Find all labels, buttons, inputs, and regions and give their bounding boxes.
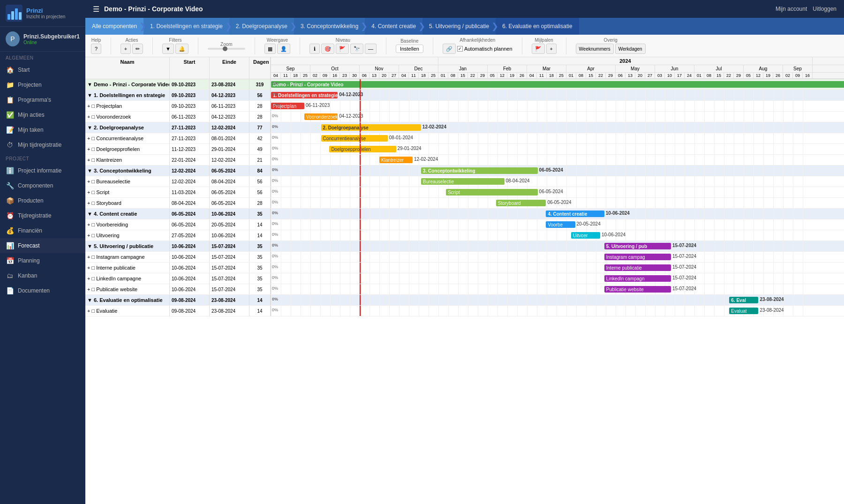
sidebar-item-planning[interactable]: 📅Planning bbox=[0, 253, 85, 268]
gantt-bar[interactable]: 2. Doelgroepanalyse bbox=[321, 124, 421, 131]
gantt-bar[interactable]: Doelgroepprofielen bbox=[329, 146, 396, 152]
tab-doelgroepanalyse[interactable]: 2. Doelgroepanalyse bbox=[229, 18, 294, 35]
niveau-info-button[interactable]: ℹ bbox=[309, 44, 320, 54]
sidebar-item-forecast[interactable]: 📊Forecast bbox=[0, 238, 85, 253]
cell-naam: + □ Klantreizen bbox=[85, 155, 170, 165]
gantt-bar[interactable]: Publicatie website bbox=[604, 286, 671, 293]
afh-link-button[interactable]: 🔗 bbox=[443, 44, 456, 54]
table-row[interactable]: ▼ 2. Doelgroepanalyse27-11-202312-02-202… bbox=[85, 122, 844, 133]
table-row[interactable]: + □ Doelgroepprofielen11-12-202329-01-20… bbox=[85, 144, 844, 155]
table-row[interactable]: ▼ 1. Doelstellingen en strategie09-10-20… bbox=[85, 90, 844, 101]
sidebar-item-kanban[interactable]: 🗂Kanban bbox=[0, 268, 85, 283]
gantt-bar[interactable]: 3. Conceptontwikkeling bbox=[421, 167, 538, 174]
mijlpalen-flag-button[interactable]: 🚩 bbox=[532, 44, 545, 54]
gantt-bar[interactable]: Interne publicatie bbox=[604, 264, 671, 271]
zoom-thumb[interactable] bbox=[223, 46, 227, 51]
table-row[interactable]: + □ Evaluatie09-08-202423-08-2024140%Eva… bbox=[85, 306, 844, 316]
gantt-bar[interactable]: Concurrentieanalyse bbox=[321, 135, 388, 142]
gantt-bar[interactable]: Bureauselectie bbox=[421, 178, 505, 185]
sidebar-item-producten[interactable]: 📦Producten bbox=[0, 193, 85, 208]
gantt-bar-area: 0%6. Eval23-08-2024 bbox=[271, 295, 844, 305]
table-row[interactable]: ▼ 6. Evaluatie en optimalisatie09-08-202… bbox=[85, 295, 844, 306]
auto-plan-checkbox[interactable]: ✓ bbox=[457, 46, 463, 52]
instellen-button[interactable]: Instellen bbox=[396, 45, 423, 53]
weergave-btn2[interactable]: 👤 bbox=[277, 44, 290, 54]
help-button[interactable]: ? bbox=[91, 44, 101, 54]
gantt-bar[interactable]: Evaluat bbox=[729, 308, 758, 314]
weergave-btn1[interactable]: ▦ bbox=[264, 44, 276, 54]
gantt-bar[interactable]: Instagram campag bbox=[604, 254, 671, 260]
sidebar-item-start[interactable]: 🏠Start bbox=[0, 62, 85, 77]
gantt-bar[interactable]: Storyboard bbox=[496, 200, 546, 206]
gantt-bar[interactable]: 4. Content creatie bbox=[546, 211, 604, 217]
logout-link[interactable]: Uitloggen bbox=[813, 6, 836, 12]
table-row[interactable]: + □ Instagram campagne10-06-202415-07-20… bbox=[85, 252, 844, 263]
gantt-bar[interactable]: LinkedIn campagn bbox=[604, 275, 671, 282]
gantt-bar[interactable]: Demo - Prinzi - Corporate Video bbox=[271, 81, 844, 88]
gantt-bar[interactable]: 1. Doelstellingen en strategie bbox=[271, 92, 338, 98]
cell-start: 10-06-2024 bbox=[170, 263, 210, 273]
table-row[interactable]: + □ Concurrentieanalyse27-11-202308-01-2… bbox=[85, 133, 844, 144]
hamburger-menu[interactable]: ☰ bbox=[93, 5, 99, 14]
sidebar-item-projecten[interactable]: 📁Projecten bbox=[0, 77, 85, 92]
now-line bbox=[360, 122, 361, 133]
table-row[interactable]: ▼ 4. Content creatie06-05-202410-06-2024… bbox=[85, 209, 844, 219]
gantt-bar[interactable]: 5. Uitvoering / pub bbox=[604, 243, 671, 249]
niveau-binoculars-button[interactable]: 🔭 bbox=[350, 44, 363, 54]
werkdagen-button[interactable]: Werkdagen bbox=[615, 44, 646, 54]
table-row[interactable]: + □ Publicatie website10-06-202415-07-20… bbox=[85, 284, 844, 295]
niveau-flag-button[interactable]: 🚩 bbox=[336, 44, 349, 54]
user-profile[interactable]: P Prinzi.Subgebruiker1 Online bbox=[0, 27, 85, 52]
table-row[interactable]: ▼ 5. Uitvoering / publicatie10-06-202415… bbox=[85, 241, 844, 252]
gantt-bar[interactable]: Klantreizer bbox=[379, 157, 413, 163]
sidebar-item-programmas[interactable]: 📋Programma's bbox=[0, 92, 85, 107]
toolbar-sep-7 bbox=[433, 38, 433, 54]
gantt-bar[interactable]: Uitvoer bbox=[571, 232, 600, 239]
gantt-bar[interactable]: 6. Eval bbox=[729, 297, 758, 303]
table-row[interactable]: + □ Bureauselectie12-02-202408-04-202456… bbox=[85, 176, 844, 187]
tab-doelstellingen[interactable]: 1. Doelstellingen en strategie bbox=[143, 18, 229, 35]
gantt-bar[interactable]: Voorbe bbox=[546, 221, 575, 228]
tab-evaluatie[interactable]: 6. Evaluatie en optimalisatie bbox=[496, 18, 579, 35]
gantt-bar-area: 0%Bureauselectie08-04-2024 bbox=[271, 176, 844, 187]
filter-button[interactable]: ▼ bbox=[162, 44, 174, 54]
toolbar-sep-5 bbox=[300, 38, 300, 54]
sidebar-item-project-info[interactable]: ℹ️Project informatie bbox=[0, 163, 85, 178]
table-row[interactable]: + □ Vooronderzoek06-11-202304-12-2023280… bbox=[85, 112, 844, 122]
tab-alle-componenten[interactable]: Alle componenten bbox=[85, 18, 143, 35]
table-row[interactable]: + □ Uitvoering27-05-202410-06-2024140%Ui… bbox=[85, 230, 844, 241]
alert-button[interactable]: 🔔 bbox=[175, 44, 188, 54]
gantt-bar[interactable]: Vooronderzoek bbox=[304, 113, 338, 120]
zoom-slider[interactable] bbox=[208, 48, 245, 50]
sidebar-item-taken[interactable]: 📝Mijn taken bbox=[0, 122, 85, 137]
tab-uitvoering[interactable]: 5. Uitvoering / publicatie bbox=[422, 18, 496, 35]
cell-einde: 15-07-2024 bbox=[210, 241, 249, 251]
toolbar-mijlpalen-group: Mijlpalen 🚩 + bbox=[532, 38, 557, 54]
mijlpalen-add-button[interactable]: + bbox=[546, 44, 557, 54]
table-row[interactable]: + □ Script11-03-202406-05-2024560%Script… bbox=[85, 187, 844, 198]
sidebar-item-financien[interactable]: 💰Financiën bbox=[0, 223, 85, 238]
sidebar-item-tijdregistratie[interactable]: ⏰Tijdregistratie bbox=[0, 208, 85, 223]
table-row[interactable]: ▼ Demo - Prinzi - Corporate Video09-10-2… bbox=[85, 79, 844, 90]
sidebar-item-componenten[interactable]: 🔧Componenten bbox=[0, 178, 85, 193]
gantt-bar[interactable]: Script bbox=[446, 189, 537, 196]
account-link[interactable]: Mijn account bbox=[776, 6, 807, 12]
table-row[interactable]: + □ Voorbereiding06-05-202420-05-2024140… bbox=[85, 219, 844, 230]
table-row[interactable]: + □ Interne publicatie10-06-202415-07-20… bbox=[85, 263, 844, 273]
table-row[interactable]: ▼ 3. Conceptontwikkeling12-02-202406-05-… bbox=[85, 165, 844, 176]
sidebar-item-documenten[interactable]: 📄Documenten bbox=[0, 283, 85, 298]
sidebar-item-tijdregistratie-nav[interactable]: ⏱Mijn tijdregistratie bbox=[0, 137, 85, 152]
tab-conceptontwikkeling[interactable]: 3. Conceptontwikkeling bbox=[294, 18, 365, 35]
table-row[interactable]: + □ Klantreizen22-01-202412-02-2024210%K… bbox=[85, 155, 844, 165]
acties-edit-button[interactable]: ✏ bbox=[132, 44, 143, 54]
niveau-minus-button[interactable]: — bbox=[365, 44, 377, 54]
niveau-target-button[interactable]: 🎯 bbox=[321, 44, 334, 54]
tab-content-creatie[interactable]: 4. Content creatie bbox=[365, 18, 422, 35]
table-row[interactable]: + □ LinkedIn campagne10-06-202415-07-202… bbox=[85, 273, 844, 284]
weeknummers-button[interactable]: Weeknummers bbox=[576, 44, 614, 54]
acties-add-button[interactable]: + bbox=[121, 44, 131, 54]
sidebar-item-acties[interactable]: ✅Mijn acties bbox=[0, 107, 85, 122]
table-row[interactable]: + □ Projectplan09-10-202306-11-20232818%… bbox=[85, 101, 844, 112]
table-row[interactable]: + □ Storyboard08-04-202406-05-2024280%St… bbox=[85, 198, 844, 209]
toolbar-filters-group: Filters ▼ 🔔 bbox=[162, 38, 188, 54]
